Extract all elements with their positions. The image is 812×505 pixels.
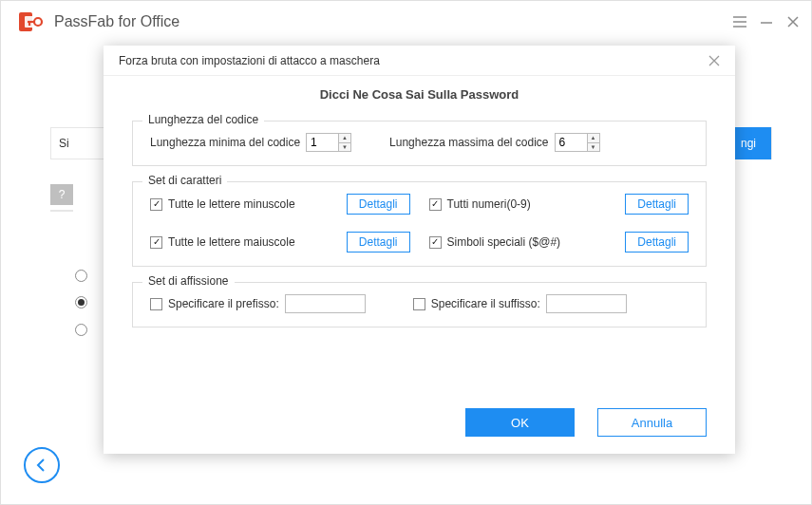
numbers-details-button[interactable]: Dettagli [625, 194, 689, 215]
suffix-input[interactable] [546, 294, 627, 313]
uppercase-label: Tutte le lettere maiuscole [168, 235, 295, 249]
prefix-checkbox[interactable] [150, 298, 162, 310]
file-row-text: Si [59, 137, 69, 150]
mask-attack-settings-dialog: Forza bruta con impostazioni di attacco … [104, 46, 735, 454]
attack-option-radio-1[interactable] [75, 270, 87, 282]
dialog-title: Forza bruta con impostazioni di attacco … [119, 54, 380, 67]
attack-option-radio-2[interactable] [75, 296, 87, 309]
app-logo-icon [18, 9, 45, 35]
min-length-input[interactable] [306, 133, 338, 152]
prefix-label: Specificare il prefisso: [168, 297, 279, 310]
bg-button-label: ngi [741, 137, 756, 150]
bg-divider [50, 210, 73, 212]
charset-numbers-item: Tutti numeri(0-9) Dettagli [429, 194, 689, 215]
min-length-item: Lunghezza minima del codice ▲ ▼ [150, 133, 351, 152]
max-length-item: Lunghezza massima del codice ▲ ▼ [389, 133, 599, 152]
app-title: PassFab for Office [54, 13, 179, 30]
svg-point-2 [34, 18, 42, 26]
uppercase-details-button[interactable]: Dettagli [347, 232, 410, 252]
max-length-input[interactable] [555, 133, 587, 152]
numbers-label: Tutti numeri(0-9) [447, 197, 531, 211]
dialog-footer: OK Annulla [104, 393, 735, 454]
max-length-spinner[interactable]: ▲ ▼ [555, 133, 600, 152]
lowercase-label: Tutte le lettere minuscole [168, 197, 295, 211]
max-length-up-icon[interactable]: ▲ [588, 134, 599, 143]
dialog-close-icon[interactable] [707, 53, 722, 68]
max-length-down-icon[interactable]: ▼ [588, 143, 599, 152]
symbols-details-button[interactable]: Dettagli [625, 232, 689, 252]
min-length-spinner[interactable]: ▲ ▼ [306, 133, 351, 152]
max-length-label: Lunghezza massima del codice [389, 136, 548, 149]
dialog-header: Forza bruta con impostazioni di attacco … [104, 46, 735, 76]
length-legend: Lunghezza del codice [142, 113, 264, 126]
prefix-item: Specificare il prefisso: [150, 294, 366, 313]
dialog-body: Dicci Ne Cosa Sai Sulla Password Lunghez… [104, 76, 735, 393]
min-length-up-icon[interactable]: ▲ [339, 134, 350, 143]
charset-symbols-item: Simboli speciali ($@#) Dettagli [429, 232, 689, 252]
help-icon[interactable]: ? [50, 184, 73, 205]
brand: PassFab for Office [18, 9, 179, 35]
menu-icon[interactable] [731, 13, 748, 30]
uppercase-checkbox[interactable] [150, 236, 162, 249]
symbols-label: Simboli speciali ($@#) [447, 235, 561, 249]
window-controls [731, 13, 802, 30]
minimize-icon[interactable] [758, 13, 775, 30]
affix-legend: Set di affissione [142, 274, 235, 288]
charset-uppercase-item: Tutte le lettere maiuscole Dettagli [150, 232, 410, 252]
suffix-item: Specificare il suffisso: [413, 294, 627, 313]
charset-fieldset: Set di caratteri Tutte le lettere minusc… [132, 181, 707, 267]
min-length-label: Lunghezza minima del codice [150, 136, 300, 149]
min-length-down-icon[interactable]: ▼ [339, 143, 350, 152]
prefix-input[interactable] [285, 294, 366, 313]
suffix-label: Specificare il suffisso: [431, 297, 540, 310]
cancel-button[interactable]: Annulla [597, 408, 707, 437]
charset-lowercase-item: Tutte le lettere minuscole Dettagli [150, 194, 410, 215]
affix-fieldset: Set di affissione Specificare il prefiss… [132, 282, 707, 327]
suffix-checkbox[interactable] [413, 298, 425, 310]
symbols-checkbox[interactable] [429, 236, 442, 249]
lowercase-checkbox[interactable] [150, 198, 162, 211]
dialog-subtitle: Dicci Ne Cosa Sai Sulla Password [132, 87, 707, 102]
back-button[interactable] [24, 447, 60, 483]
main-window-header: PassFab for Office [1, 1, 811, 43]
charset-legend: Set di caratteri [142, 174, 227, 187]
attack-option-radio-3[interactable] [75, 324, 87, 336]
numbers-checkbox[interactable] [429, 198, 442, 211]
ok-button[interactable]: OK [465, 408, 575, 437]
password-length-fieldset: Lunghezza del codice Lunghezza minima de… [132, 121, 707, 166]
lowercase-details-button[interactable]: Dettagli [347, 194, 410, 215]
close-icon[interactable] [784, 13, 802, 30]
